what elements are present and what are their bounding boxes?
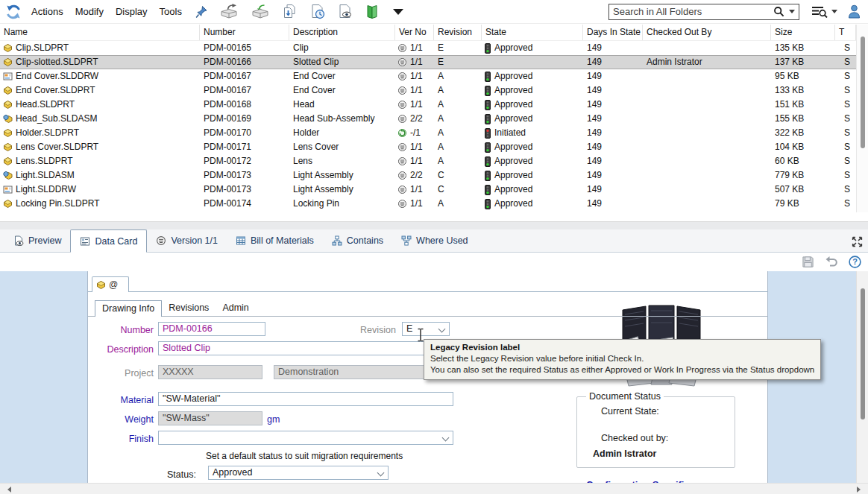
file-description: Light Assembly xyxy=(289,183,395,197)
data-card-scrollbar-thumb[interactable] xyxy=(861,288,865,419)
card-tab-drawing-info[interactable]: Drawing Info xyxy=(95,300,162,317)
pin-icon[interactable] xyxy=(195,5,208,19)
file-type: S xyxy=(835,197,856,211)
search-input[interactable] xyxy=(613,6,773,17)
card-divider xyxy=(88,291,767,292)
file-row[interactable]: Light.SLDASM PDM-00173 Light Assembly 2/… xyxy=(0,168,856,183)
days-in-state: 149 xyxy=(583,55,643,69)
toolbar-more-dropdown-icon[interactable] xyxy=(393,9,403,15)
column-header-name[interactable]: Name xyxy=(0,25,200,40)
status-dropdown[interactable]: Approved xyxy=(208,466,389,480)
file-description: Slotted Clip xyxy=(289,55,395,69)
file-row[interactable]: End Cover.SLDDRW PDM-00167 End Cover 1/1… xyxy=(0,69,856,83)
scroll-left-arrow[interactable] xyxy=(4,487,11,493)
undo-icon[interactable] xyxy=(825,256,838,270)
number-field[interactable]: PDM-00166 xyxy=(158,322,265,336)
open-green-folder-icon[interactable] xyxy=(365,4,380,20)
search-options-dropdown-icon[interactable] xyxy=(789,10,795,13)
file-type: S xyxy=(835,69,856,83)
days-in-state: 149 xyxy=(583,69,643,83)
menu-tools[interactable]: Tools xyxy=(154,6,188,17)
version-icon xyxy=(397,199,407,209)
days-in-state: 149 xyxy=(583,197,643,211)
check-in-icon[interactable] xyxy=(251,4,271,19)
file-number: PDM-00174 xyxy=(200,197,289,211)
column-header-number[interactable]: Number xyxy=(200,25,289,40)
file-row[interactable]: Lens.SLDPRT PDM-00172 Lens 1/1 A Approve… xyxy=(0,154,856,168)
file-row[interactable]: End Cover.SLDPRT PDM-00167 End Cover 1/1… xyxy=(0,83,856,98)
menu-display[interactable]: Display xyxy=(110,6,154,17)
file-description: Head xyxy=(289,98,395,112)
file-state: Approved xyxy=(494,83,532,98)
days-in-state: 149 xyxy=(583,41,643,55)
file-type: S xyxy=(835,126,856,140)
pdm-logo-icon xyxy=(4,3,22,21)
file-state: Initiated xyxy=(494,126,526,140)
scroll-right-arrow[interactable] xyxy=(857,487,864,493)
get-version-history-icon[interactable] xyxy=(309,4,326,20)
search-magnifier-icon[interactable] xyxy=(773,6,784,17)
column-header-revision[interactable]: Revision xyxy=(434,25,482,40)
checked-out-by-value: Admin Istrator xyxy=(593,449,656,459)
tab-preview[interactable]: Preview xyxy=(4,229,70,252)
card-file-tab[interactable]: @ xyxy=(92,276,129,292)
file-revision: E xyxy=(434,55,482,69)
tab-where-used[interactable]: Where Used xyxy=(392,229,477,252)
state-approved-icon xyxy=(484,171,491,181)
file-row[interactable]: Clip-slotted.SLDPRT PDM-00166 Slotted Cl… xyxy=(0,55,856,69)
help-icon[interactable]: ? xyxy=(849,256,861,270)
days-in-state: 149 xyxy=(583,168,643,183)
file-row[interactable]: Head_Sub.SLDASM PDM-00169 Head Sub-Assem… xyxy=(0,112,856,126)
get-latest-version-icon[interactable] xyxy=(282,4,298,20)
file-row[interactable]: Light.SLDDRW PDM-00173 Light Assembly 1/… xyxy=(0,183,856,197)
check-out-icon[interactable] xyxy=(219,4,239,19)
expand-panel-icon[interactable] xyxy=(852,236,863,250)
version-icon xyxy=(397,142,407,152)
menu-actions[interactable]: Actions xyxy=(25,6,69,17)
revision-dropdown[interactable]: E xyxy=(402,322,450,336)
file-row[interactable]: Lens Cover.SLDPRT PDM-00171 Lens Cover 1… xyxy=(0,140,856,154)
panel-splitter[interactable] xyxy=(0,221,868,229)
data-card-scrollbar[interactable] xyxy=(856,271,868,483)
preview-document-icon[interactable] xyxy=(337,4,353,20)
search-list-icon[interactable] xyxy=(811,5,828,18)
document-status-title: Document Status xyxy=(586,391,664,402)
card-tab-admin[interactable]: Admin xyxy=(216,300,255,316)
state-approved-icon xyxy=(484,142,491,153)
column-header-t[interactable]: T xyxy=(835,25,856,40)
tab-bill-of-materials[interactable]: Bill of Materials xyxy=(227,229,323,252)
file-row[interactable]: Clip.SLDPRT PDM-00165 Clip 1/1 E Approve… xyxy=(0,41,856,55)
file-list-scrollbar-thumb[interactable] xyxy=(861,37,865,148)
column-header-checked-out-by[interactable]: Checked Out By xyxy=(643,25,771,40)
tab-version[interactable]: Version 1/1 xyxy=(147,229,227,252)
material-field[interactable]: "SW-Material" xyxy=(158,392,453,406)
horizontal-scrollbar[interactable] xyxy=(0,483,868,494)
card-tab-revisions[interactable]: Revisions xyxy=(162,300,216,316)
save-icon[interactable] xyxy=(802,256,814,270)
search-list-dropdown-icon[interactable] xyxy=(831,10,837,13)
state-approved-icon xyxy=(484,100,491,110)
file-revision: A xyxy=(434,126,482,140)
tab-contains[interactable]: Contains xyxy=(323,229,392,252)
column-header-ver-no[interactable]: Ver No xyxy=(395,25,434,40)
menu-modify[interactable]: Modify xyxy=(69,6,110,17)
column-header-days-in-state[interactable]: Days In State xyxy=(583,25,643,40)
tooltip-line-1: Select the Legacy Revision value before … xyxy=(430,353,814,364)
checked-out-by xyxy=(643,83,771,98)
tab-data-card[interactable]: Data Card xyxy=(70,229,147,253)
file-list-scrollbar[interactable] xyxy=(856,25,868,212)
file-description: Head Sub-Assembly xyxy=(289,112,395,126)
file-row[interactable]: Head.SLDPRT PDM-00168 Head 1/1 A Approve… xyxy=(0,98,856,112)
file-size: 133 KB xyxy=(771,83,835,98)
column-header-size[interactable]: Size xyxy=(771,25,835,40)
column-header-state[interactable]: State xyxy=(482,25,583,40)
document-status-group: Document Status Current State: Checked o… xyxy=(576,396,735,468)
finish-dropdown[interactable] xyxy=(158,431,453,445)
file-row[interactable]: Locking Pin.SLDPRT PDM-00174 Locking Pin… xyxy=(0,197,856,211)
column-header-description[interactable]: Description xyxy=(289,25,395,40)
file-description: Holder xyxy=(289,126,395,140)
user-icon[interactable] xyxy=(848,4,861,19)
description-label: Description xyxy=(103,343,154,355)
file-row[interactable]: Holder.SLDPRT PDM-00170 Holder -/1 A Ini… xyxy=(0,126,856,140)
description-field[interactable]: Slotted Clip xyxy=(158,341,453,355)
